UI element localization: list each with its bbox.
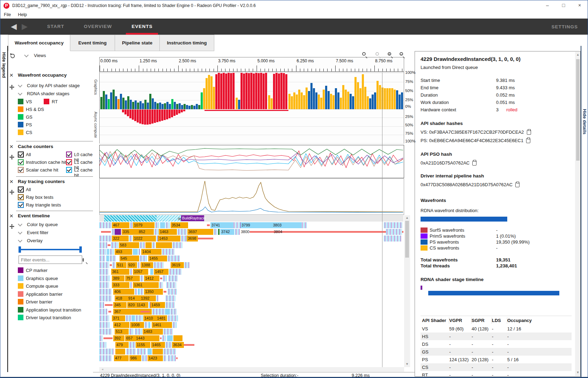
event-block[interactable] bbox=[159, 282, 163, 288]
event-block[interactable] bbox=[169, 269, 181, 275]
event-block[interactable] bbox=[99, 236, 111, 241]
checkbox-ray-triangle-tests[interactable] bbox=[18, 202, 24, 208]
event-block[interactable]: 1423 bbox=[148, 355, 163, 361]
nav-item-overview[interactable]: OVERVIEW bbox=[84, 19, 112, 35]
event-block[interactable] bbox=[152, 242, 155, 248]
event-block[interactable] bbox=[112, 229, 115, 235]
event-block[interactable] bbox=[133, 249, 138, 255]
event-block[interactable] bbox=[152, 309, 164, 315]
checkbox-l0-cache-hit[interactable] bbox=[66, 152, 72, 158]
nav-item-start[interactable]: START bbox=[47, 19, 64, 35]
event-block[interactable]: 1404 bbox=[141, 249, 162, 255]
copy-icon[interactable] bbox=[515, 182, 519, 187]
event-block[interactable]: 493 bbox=[115, 249, 132, 255]
event-block[interactable] bbox=[171, 309, 177, 315]
nav-item-settings[interactable]: SETTINGS bbox=[551, 24, 578, 29]
checkbox-all[interactable] bbox=[18, 152, 24, 158]
scrollbar-thumb[interactable] bbox=[405, 221, 409, 258]
checkbox-scalar-cache-hit[interactable] bbox=[18, 167, 24, 173]
event-block[interactable] bbox=[168, 275, 178, 281]
event-block[interactable] bbox=[164, 349, 176, 355]
event-block[interactable]: 3534 bbox=[171, 222, 188, 228]
cache-counters-chart[interactable] bbox=[99, 145, 404, 178]
event-block[interactable] bbox=[137, 349, 146, 355]
event-block[interactable]: 1350 bbox=[144, 289, 163, 295]
event-block[interactable] bbox=[105, 304, 113, 306]
event-block[interactable] bbox=[115, 349, 125, 355]
event-block[interactable] bbox=[99, 222, 112, 228]
event-block[interactable] bbox=[99, 322, 110, 328]
chevron-down-icon[interactable] bbox=[25, 54, 29, 58]
chevron-down-icon[interactable] bbox=[19, 92, 23, 96]
event-block[interactable]: 3800 bbox=[240, 229, 250, 235]
event-block[interactable] bbox=[141, 289, 143, 295]
event-block[interactable] bbox=[156, 242, 172, 248]
menu-item-help[interactable]: Help bbox=[14, 12, 30, 17]
event-block[interactable] bbox=[99, 349, 114, 355]
forward-icon[interactable]: ▶ bbox=[22, 19, 28, 35]
tab-wavefront-occupancy[interactable]: Wavefront occupancy bbox=[8, 35, 70, 51]
event-block[interactable]: 389 bbox=[112, 275, 124, 281]
minimize-button[interactable]: – bbox=[539, 0, 555, 11]
event-block[interactable] bbox=[173, 335, 182, 341]
scroll-up-icon[interactable]: ▲ bbox=[575, 53, 581, 57]
event-block[interactable]: 361 bbox=[111, 269, 129, 275]
event-block[interactable]: 914 bbox=[127, 295, 140, 301]
event-block[interactable] bbox=[166, 302, 175, 308]
event-block[interactable] bbox=[99, 275, 110, 281]
event-block[interactable] bbox=[164, 291, 166, 293]
event-block[interactable] bbox=[99, 309, 108, 315]
event-block[interactable] bbox=[167, 335, 173, 341]
undo-icon[interactable] bbox=[9, 53, 16, 59]
chevron-down-icon[interactable] bbox=[19, 231, 23, 235]
event-block[interactable] bbox=[138, 262, 140, 268]
event-block[interactable] bbox=[162, 249, 175, 255]
event-block[interactable] bbox=[166, 342, 171, 348]
event-block[interactable]: 1388 bbox=[141, 262, 153, 268]
event-block[interactable] bbox=[99, 289, 111, 295]
event-block[interactable]: 1455 bbox=[148, 255, 167, 261]
event-block[interactable] bbox=[99, 269, 108, 275]
event-block[interactable] bbox=[103, 337, 113, 339]
event-block[interactable] bbox=[99, 329, 111, 335]
event-block[interactable] bbox=[173, 242, 182, 248]
ray-tracing-chart[interactable] bbox=[99, 178, 404, 215]
event-block[interactable]: 1459 bbox=[150, 302, 165, 308]
event-block[interactable]: 657 bbox=[125, 335, 135, 341]
event-block[interactable] bbox=[130, 269, 132, 275]
event-block[interactable]: 3799 bbox=[241, 222, 272, 228]
scroll-left-icon[interactable]: ◄ bbox=[100, 368, 105, 372]
event-block[interactable] bbox=[165, 309, 170, 315]
queue-band-segment[interactable]: BuildRaytracin bbox=[181, 215, 204, 221]
event-block[interactable] bbox=[138, 289, 140, 295]
event-block[interactable] bbox=[113, 262, 115, 268]
event-block[interactable] bbox=[99, 262, 109, 268]
event-block[interactable] bbox=[99, 249, 106, 255]
event-block[interactable]: 3698 bbox=[187, 236, 198, 241]
event-block[interactable] bbox=[106, 255, 109, 261]
event-block[interactable]: 3697 bbox=[187, 229, 213, 235]
event-block[interactable]: 1412 bbox=[144, 275, 159, 281]
copy-icon[interactable] bbox=[527, 130, 531, 135]
event-block[interactable] bbox=[168, 355, 175, 361]
event-block[interactable]: 513 bbox=[115, 329, 129, 335]
checkbox-l2-cache-hit[interactable] bbox=[66, 167, 72, 173]
event-block[interactable]: 412 bbox=[113, 322, 129, 328]
event-block[interactable] bbox=[99, 242, 108, 248]
event-block[interactable] bbox=[110, 255, 115, 261]
zoom-in-icon[interactable]: + bbox=[387, 52, 394, 58]
zoom-to-selection-icon[interactable] bbox=[362, 52, 368, 58]
event-block[interactable] bbox=[115, 229, 121, 235]
hide-legend-strip[interactable]: Hide legend bbox=[0, 46, 8, 372]
event-block[interactable]: 345 bbox=[113, 302, 127, 308]
event-block[interactable]: 920 bbox=[127, 262, 137, 268]
event-block[interactable] bbox=[101, 231, 111, 233]
event-block[interactable] bbox=[235, 229, 240, 235]
move-icon[interactable] bbox=[9, 190, 14, 195]
scroll-down-icon[interactable]: ▼ bbox=[575, 371, 581, 375]
move-icon[interactable] bbox=[9, 224, 14, 229]
event-block[interactable] bbox=[130, 282, 132, 288]
event-block[interactable] bbox=[214, 229, 217, 235]
event-block[interactable] bbox=[141, 311, 150, 313]
event-block[interactable] bbox=[99, 335, 103, 341]
